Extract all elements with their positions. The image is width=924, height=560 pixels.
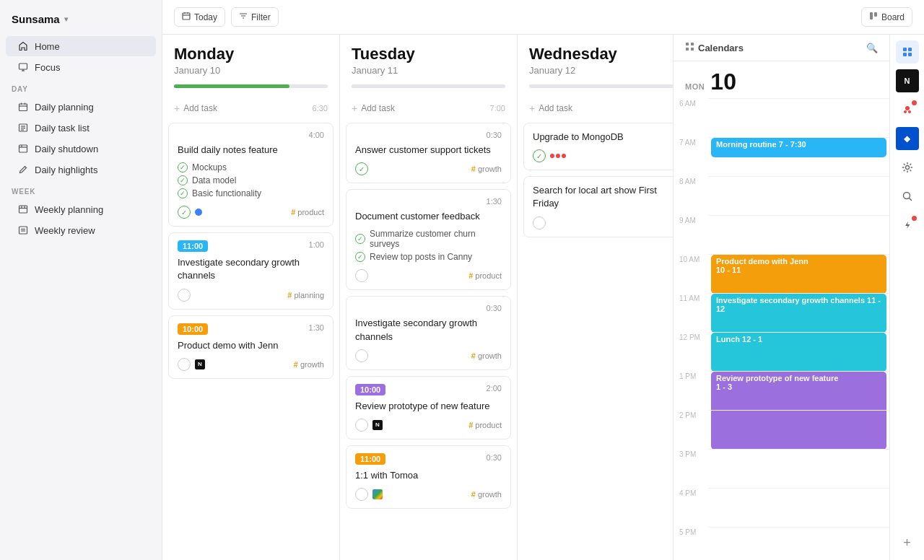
rail-icon-search[interactable] [896,185,919,208]
cal-row-6am: 6 AM [674,98,889,137]
time-3pm: 3 PM [674,449,708,458]
wednesday-add-task[interactable]: + Add task [523,98,673,118]
subtask-check-basic [178,188,188,198]
task-t5-badge: 11:00 [355,453,385,465]
task-t5-title: 1:1 with Tomoa [355,469,502,482]
task-t3-duration: 0:30 [487,304,502,312]
task-t4-badge: 10:00 [355,384,385,395]
task-search-art-show[interactable]: Search for local art show First Friday [523,176,673,237]
svg-rect-13 [903,48,907,51]
rail-icon-jira[interactable]: ◆ [896,127,919,150]
task-investigate-t[interactable]: 0:30 Investigate secondary growth channe… [346,296,511,369]
time-12pm: 12 PM [674,332,708,341]
wednesday-header: Wednesday January 12 [518,35,673,82]
svg-rect-6 [183,13,190,19]
monday-header: Monday January 10 [162,35,339,82]
task-t1-check[interactable] [355,162,368,175]
rail-icon-gear[interactable] [896,156,919,179]
task-answer-support[interactable]: 0:30 Answer customer support tickets gro… [346,123,511,183]
task-m1-title: Build daily notes feature [178,144,324,157]
cal-event-lunch[interactable]: Lunch 12 - 1 [711,333,886,372]
task-m3-check[interactable] [178,358,191,371]
monday-name: Monday [174,45,328,64]
monday-add-task[interactable]: + Add task 6:30 [168,98,334,118]
monday-date: January 10 [174,65,328,76]
time-11am: 11 AM [674,293,708,302]
task-m2-duration: 1:00 [309,240,324,249]
task-t2-check[interactable] [355,269,368,282]
cal-row-8am: 8 AM [674,176,889,215]
sidebar-item-daily-highlights-label: Daily highlights [35,165,97,175]
rail-icon-notion[interactable]: N [896,69,919,92]
wednesday-date: January 12 [529,65,673,76]
svg-point-19 [908,110,911,113]
calendars-label: Calendars [698,43,744,53]
subtask-label-basic: Basic functionality [192,188,261,198]
svg-rect-1 [19,104,27,111]
notion-rail-label: N [905,76,910,85]
sidebar-item-focus[interactable]: Focus [6,57,156,77]
task-review-prototype[interactable]: 10:00 2:00 Review prototype of new featu… [346,376,511,439]
task-t5-check[interactable] [355,488,368,501]
svg-rect-12 [691,48,694,51]
cal-event-investigate[interactable]: Investigate secondary growth channels 11… [711,294,886,333]
tuesday-add-task[interactable]: + Add task 7:00 [346,98,511,118]
cal-event-morning-routine[interactable]: Morning routine 7 - 7:30 [711,138,886,157]
task-upgrade-mongodb[interactable]: Upgrade to MongoDB [523,123,673,170]
task-m1-check[interactable] [178,206,191,219]
task-t1-tag: growth [471,165,502,173]
task-t4-check[interactable] [355,419,368,432]
task-t5-tag: growth [471,490,502,499]
filter-button[interactable]: Filter [231,7,279,27]
task-build-daily-notes[interactable]: 4:00 Build daily notes feature Mockups D… [168,123,334,227]
sidebar-item-weekly-review[interactable]: Weekly review [6,220,156,240]
sidebar-item-daily-planning[interactable]: Daily planning [6,97,156,117]
task-m2-check[interactable] [178,289,191,302]
red-dots-icon [550,154,566,158]
tuesday-tasks: + Add task 7:00 0:30 Answer customer sup… [340,94,517,560]
nav-home-section: Home Focus [0,35,162,78]
task-w2-check[interactable] [533,216,546,229]
cal-event-product-demo[interactable]: Product demo with Jenn10 - 11 [711,255,886,294]
app-logo[interactable]: Sunsama ▾ [0,9,162,35]
calendar-toolbar: Calendars 🔍 [674,35,889,61]
cal-body: 6 AM 7 AM Morning routine 7 - 7:30 8 AM [674,98,889,560]
svg-rect-9 [686,43,689,45]
rail-icon-grid[interactable] [896,40,919,64]
today-label: Today [194,12,217,22]
task-t3-check[interactable] [355,349,368,362]
board-label: Board [881,12,905,22]
task-w1-check[interactable] [533,149,546,162]
cal-event-review-prototype[interactable]: Review prototype of new feature1 - 3 [711,372,886,450]
time-1pm: 1 PM [674,371,708,380]
rail-icon-add[interactable]: + [896,531,919,554]
board-button[interactable]: Board [861,7,912,27]
sidebar-item-home[interactable]: Home [6,36,156,56]
sidebar-item-weekly-planning[interactable]: Weekly planning [6,199,156,219]
time-9am: 9 AM [674,215,708,224]
task-t4-title: Review prototype of new feature [355,400,502,413]
svg-rect-16 [908,53,912,56]
sidebar-item-daily-task-list[interactable]: Daily task list [6,118,156,138]
monday-tasks: + Add task 6:30 4:00 Build daily notes f… [162,94,339,560]
board-icon [869,12,878,22]
task-investigate-m[interactable]: 11:00 1:00 Investigate secondary growth … [168,232,334,309]
today-button[interactable]: Today [174,7,225,27]
rail-icon-red-dot-1[interactable] [896,98,919,121]
subtask-check-datamodel [178,175,188,185]
task-document-feedback[interactable]: 1:30 Document customer feedback Summariz… [346,189,511,290]
task-m2-title: Investigate secondary growth channels [178,256,324,282]
svg-rect-11 [686,48,689,51]
task-product-demo-m[interactable]: 10:00 1:30 Product demo with Jenn N grow… [168,315,334,379]
task-m1-subtask-2: Basic functionality [178,187,324,200]
rail-icon-lightning[interactable] [896,214,919,237]
sidebar-item-daily-shutdown[interactable]: Daily shutdown [6,139,156,159]
task-w2-title: Search for local art show First Friday [533,184,673,210]
task-1on1-tomoa[interactable]: 11:00 0:30 1:1 with Tomoa growth [346,445,511,509]
tuesday-add-task-time: 7:00 [490,104,505,113]
plus-icon-wed: + [529,102,535,114]
time-2pm: 2 PM [674,410,708,419]
gcal-icon-t5 [372,489,383,499]
magnify-icon[interactable]: 🔍 [866,43,878,53]
sidebar-item-daily-highlights[interactable]: Daily highlights [6,159,156,180]
